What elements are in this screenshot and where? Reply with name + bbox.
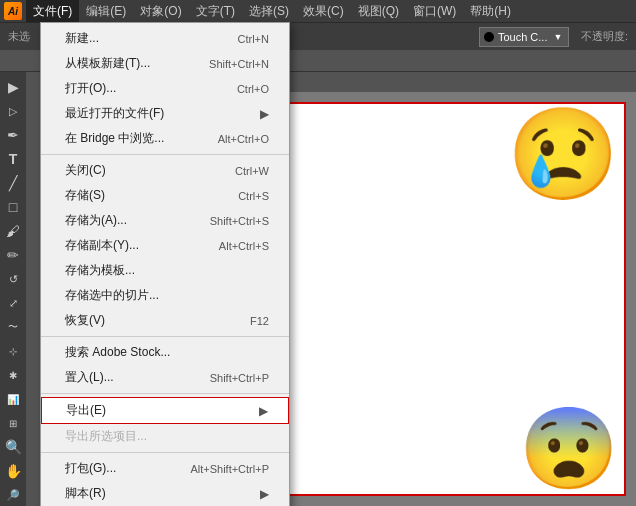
separator-2 bbox=[41, 336, 289, 337]
pen-tool[interactable]: ✒ bbox=[2, 124, 24, 146]
app-icon: Ai bbox=[4, 2, 22, 20]
free-transform-tool[interactable]: ⊹ bbox=[2, 340, 24, 362]
select-tool[interactable]: ▶ bbox=[2, 76, 24, 98]
menu-item-effect[interactable]: 效果(C) bbox=[296, 0, 351, 22]
file-dropdown-menu: 新建... Ctrl+N 从模板新建(T)... Shift+Ctrl+N 打开… bbox=[40, 22, 290, 506]
menu-item-select[interactable]: 选择(S) bbox=[242, 0, 296, 22]
direct-select-tool[interactable]: ▷ bbox=[2, 100, 24, 122]
menu-open[interactable]: 打开(O)... Ctrl+O bbox=[41, 76, 289, 101]
menu-revert[interactable]: 恢复(V) F12 bbox=[41, 308, 289, 333]
color-dot bbox=[484, 32, 494, 42]
hand-tool[interactable]: ✋ bbox=[2, 460, 24, 482]
symbol-tool[interactable]: ✱ bbox=[2, 364, 24, 386]
zoom-tool[interactable]: 🔎 bbox=[2, 484, 24, 506]
menu-item-view[interactable]: 视图(Q) bbox=[351, 0, 406, 22]
menu-scripts[interactable]: 脚本(R) ▶ bbox=[41, 481, 289, 506]
menu-item-text[interactable]: 文字(T) bbox=[189, 0, 242, 22]
menu-save[interactable]: 存储(S) Ctrl+S bbox=[41, 183, 289, 208]
graph-tool[interactable]: 📊 bbox=[2, 388, 24, 410]
menu-item-file[interactable]: 文件(F) bbox=[26, 0, 79, 22]
emoji-face-bottom: 😨 bbox=[519, 409, 619, 489]
menu-new[interactable]: 新建... Ctrl+N bbox=[41, 26, 289, 51]
line-tool[interactable]: ╱ bbox=[2, 172, 24, 194]
opacity-label: 不透明度: bbox=[581, 29, 628, 44]
rotate-tool[interactable]: ↺ bbox=[2, 268, 24, 290]
menu-item-help[interactable]: 帮助(H) bbox=[463, 0, 518, 22]
artboard-tool[interactable]: ⊞ bbox=[2, 412, 24, 434]
toolbar-selection-label: 未选 bbox=[8, 29, 30, 44]
rect-tool[interactable]: □ bbox=[2, 196, 24, 218]
warp-tool[interactable]: 〜 bbox=[2, 316, 24, 338]
separator-1 bbox=[41, 154, 289, 155]
menu-package[interactable]: 打包(G)... Alt+Shift+Ctrl+P bbox=[41, 456, 289, 481]
ai-logo: Ai bbox=[4, 2, 22, 20]
menu-save-copy[interactable]: 存储副本(Y)... Alt+Ctrl+S bbox=[41, 233, 289, 258]
menu-save-as[interactable]: 存储为(A)... Shift+Ctrl+S bbox=[41, 208, 289, 233]
menu-search-stock[interactable]: 搜索 Adobe Stock... bbox=[41, 340, 289, 365]
menu-close[interactable]: 关闭(C) Ctrl+W bbox=[41, 158, 289, 183]
menu-recent[interactable]: 最近打开的文件(F) ▶ bbox=[41, 101, 289, 126]
pencil-tool[interactable]: ✏ bbox=[2, 244, 24, 266]
paintbrush-tool[interactable]: 🖌 bbox=[2, 220, 24, 242]
emoji-face-top: 😢 bbox=[507, 109, 619, 199]
type-tool[interactable]: T bbox=[2, 148, 24, 170]
menu-item-object[interactable]: 对象(O) bbox=[133, 0, 188, 22]
menu-save-selected[interactable]: 存储选中的切片... bbox=[41, 283, 289, 308]
menu-browse[interactable]: 在 Bridge 中浏览... Alt+Ctrl+O bbox=[41, 126, 289, 151]
eyedropper-tool[interactable]: 🔍 bbox=[2, 436, 24, 458]
brush-color-select[interactable]: Touch C... ▼ bbox=[479, 27, 569, 47]
brush-color-label: Touch C... bbox=[498, 31, 548, 43]
menu-item-window[interactable]: 窗口(W) bbox=[406, 0, 463, 22]
left-toolbar: ▶ ▷ ✒ T ╱ □ 🖌 ✏ ↺ ⤢ 〜 ⊹ ✱ 📊 ⊞ 🔍 ✋ 🔎 bbox=[0, 72, 26, 506]
separator-3 bbox=[41, 393, 289, 394]
separator-4 bbox=[41, 452, 289, 453]
menu-export[interactable]: 导出(E) ▶ bbox=[41, 397, 289, 424]
menu-item-edit[interactable]: 编辑(E) bbox=[79, 0, 133, 22]
menu-bar: Ai 文件(F) 编辑(E) 对象(O) 文字(T) 选择(S) 效果(C) 视… bbox=[0, 0, 636, 22]
scale-tool[interactable]: ⤢ bbox=[2, 292, 24, 314]
menu-export-selected: 导出所选项目... bbox=[41, 424, 289, 449]
menu-new-from-template[interactable]: 从模板新建(T)... Shift+Ctrl+N bbox=[41, 51, 289, 76]
menu-place[interactable]: 置入(L)... Shift+Ctrl+P bbox=[41, 365, 289, 390]
chevron-down-icon: ▼ bbox=[553, 32, 562, 42]
menu-save-template[interactable]: 存储为模板... bbox=[41, 258, 289, 283]
